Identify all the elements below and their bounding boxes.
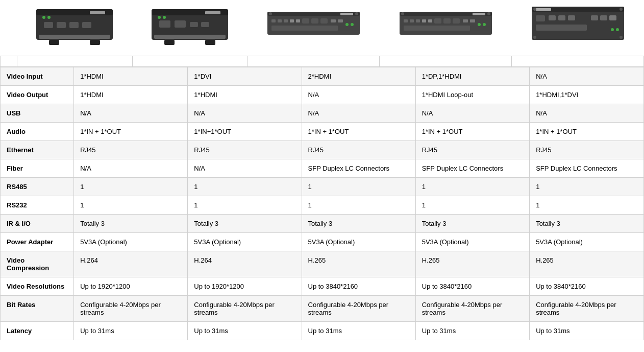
row-value: N/A [188,159,302,178]
row-label: RS232 [1,196,74,215]
product-image-dsii-in-4kd [380,0,512,56]
svg-rect-23 [205,40,215,45]
row-value: Totally 3 [188,215,302,233]
row-value: 1 [530,196,644,215]
row-value: 1*IN + 1*OUT [74,123,188,141]
row-value: 1*HDMI Loop-out [415,86,529,104]
row-value: Up to 31ms [530,322,644,340]
row-value: 5V3A (Optional) [74,233,188,251]
svg-point-73 [533,8,536,11]
table-row: Video Output1*HDMI1*HDMIN/A1*HDMI Loop-o… [1,86,644,104]
table-row: Audio1*IN + 1*OUT1*IN+1*OUT1*IN + 1*OUT1… [1,123,644,141]
table-row: EthernetRJ45RJ45RJ45RJ45RJ45 [1,141,644,159]
svg-rect-14 [159,20,170,28]
svg-rect-70 [536,8,551,11]
svg-rect-68 [600,15,607,20]
row-value: RJ45 [415,141,529,159]
row-value: Totally 3 [302,215,415,233]
row-label: Power Adapter [1,233,74,251]
svg-rect-48 [428,19,432,22]
row-value: N/A [74,159,188,178]
row-value: Configurable 4-20Mbps per streams [302,296,415,322]
row-value: 1*IN+1*OUT [188,123,302,141]
comparison-table [0,0,644,67]
svg-rect-26 [271,19,276,22]
row-value: Totally 3 [74,215,188,233]
row-value: N/A [530,67,644,86]
svg-rect-57 [404,26,470,31]
row-value: 5V3A (Optional) [415,233,529,251]
row-value: 1 [302,196,415,215]
svg-rect-28 [284,19,288,22]
product-image-dsii-out-4k [512,0,644,56]
row-value: Configurable 4-20Mbps per streams [415,296,529,322]
svg-point-36 [269,12,272,15]
row-label: Latency [1,322,74,340]
row-label: RS485 [1,178,74,196]
row-value: 1 [415,178,529,196]
svg-rect-17 [201,22,209,27]
row-value: H.265 [302,251,415,277]
svg-rect-16 [190,22,198,27]
row-value: 1 [302,178,415,196]
svg-rect-62 [536,15,545,21]
row-value: 1*IN + 1*OUT [530,123,644,141]
row-value: 1*HDMI [74,67,188,86]
row-value: H.264 [74,251,188,277]
svg-rect-38 [340,13,353,15]
col-header-model [1,56,17,67]
svg-point-40 [345,23,349,26]
row-value: 1*HDMI,1*DVI [530,86,644,104]
svg-rect-30 [296,19,300,22]
row-value: N/A [530,104,644,123]
row-label: Video Compression [1,251,74,277]
svg-rect-35 [338,19,343,22]
row-value: H.265 [530,251,644,277]
row-value: Up to 3840*2160 [530,277,644,296]
table-row: Video Input1*HDMI1*DVI2*HDMI1*DP,1*HDMIN… [1,67,644,86]
row-value: 5V3A (Optional) [302,233,415,251]
table-row: Power Adapter5V3A (Optional)5V3A (Option… [1,233,644,251]
svg-rect-18 [154,35,226,39]
row-value: SFP Duplex LC Connectors [530,159,644,178]
table-row: RS48511111 [1,178,644,196]
row-value: Configurable 4-20Mbps per streams [530,296,644,322]
svg-point-21 [163,16,166,19]
row-value: Up to 1920*1200 [188,277,302,296]
svg-rect-50 [443,18,451,24]
svg-point-55 [487,12,490,15]
row-value: N/A [188,104,302,123]
svg-point-37 [355,12,358,15]
svg-rect-3 [57,22,66,28]
header-row [1,56,644,67]
table-row: Video CompressionH.264H.264H.265H.265H.2… [1,251,644,277]
table-row: FiberN/AN/ASFP Duplex LC ConnectorsSFP D… [1,159,644,178]
row-value: Up to 31ms [415,322,529,340]
svg-point-54 [401,12,404,15]
row-value: 1 [74,196,188,215]
row-label: Video Input [1,67,74,86]
row-value: 1 [188,196,302,215]
col-header-dsii-in-4kd [380,56,512,67]
svg-point-41 [351,23,354,26]
row-label: Video Output [1,86,74,104]
row-value: Up to 3840*2160 [415,277,529,296]
svg-point-9 [47,16,51,19]
svg-rect-52 [463,19,468,22]
row-value: RJ45 [530,141,644,159]
row-label: Bit Rates [1,296,74,322]
svg-point-74 [620,8,623,11]
table-row: LatencyUp to 31msUp to 31msUp to 31msUp … [1,322,644,340]
col-header-dsii-dd [132,56,247,67]
row-value: 2*HDMI [302,67,415,86]
row-value: 1 [74,178,188,196]
svg-rect-27 [278,19,282,22]
row-value: Up to 31ms [188,322,302,340]
svg-point-59 [483,23,486,26]
row-value: SFP Duplex LC Connectors [302,159,415,178]
row-value: 1 [188,178,302,196]
row-label: IR & I/O [1,215,74,233]
row-value: Up to 1920*1200 [74,277,188,296]
row-label: Video Resolutions [1,277,74,296]
svg-rect-45 [410,19,414,22]
